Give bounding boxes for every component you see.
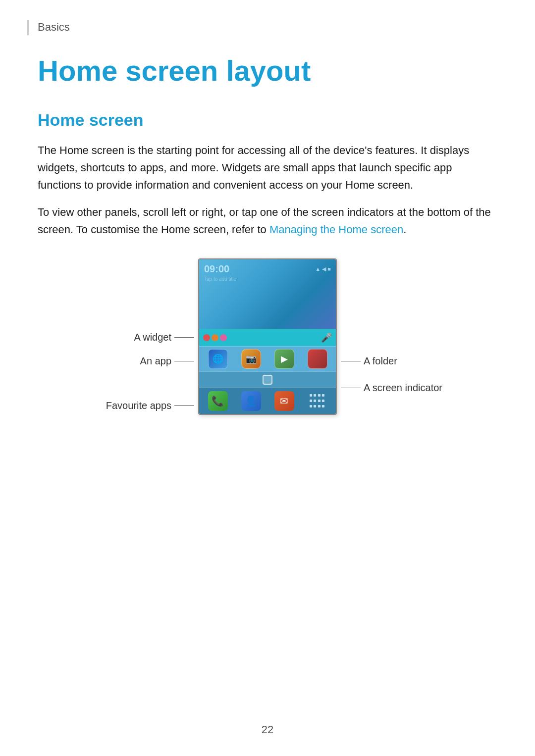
body-paragraph-2-after: . xyxy=(403,223,406,236)
body-paragraph-1: The Home screen is the starting point fo… xyxy=(38,142,493,194)
fav-icon-apps xyxy=(308,391,327,411)
app-icon-play: ▶ xyxy=(274,349,294,369)
annotation-widget-label: A widget xyxy=(134,332,171,343)
widget-dot-orange xyxy=(212,334,218,341)
phone-status-row: 09:00 ▲ ◀ ■ xyxy=(204,263,331,275)
annotation-screen-indicator: A screen indicator xyxy=(341,382,442,394)
section-label: Basics xyxy=(27,20,497,35)
apps-dot-9 xyxy=(310,405,312,407)
annotation-app-line xyxy=(174,361,194,361)
body-paragraph-2: To view other panels, scroll left or rig… xyxy=(38,203,493,238)
apps-dot-3 xyxy=(318,394,321,397)
app-icon-folder xyxy=(308,349,327,369)
phone-widget-row: 🎤 xyxy=(199,329,336,346)
annotation-app-label: An app xyxy=(140,355,171,367)
annotation-screen-indicator-label: A screen indicator xyxy=(364,382,442,394)
apps-dot-12 xyxy=(322,405,324,407)
phone-notification: Tap to add title xyxy=(204,276,331,282)
page-title: Home screen layout xyxy=(38,55,497,87)
phone-screen: 09:00 ▲ ◀ ■ Tap to add title 🎤 xyxy=(198,258,337,415)
annotation-folder-line xyxy=(341,361,361,361)
nav-home-button xyxy=(263,375,272,385)
apps-dot-1 xyxy=(310,394,312,397)
annotation-favourite-apps-label: Favourite apps xyxy=(106,400,171,411)
diagram-container: 09:00 ▲ ◀ ■ Tap to add title 🎤 xyxy=(38,258,497,415)
annotation-favourite-apps: Favourite apps xyxy=(106,400,194,411)
phone-fav-row: 📞 👤 ✉ xyxy=(199,388,336,414)
app-icon-camera: 📷 xyxy=(241,349,261,369)
apps-dot-10 xyxy=(314,405,316,407)
annotation-favourite-apps-line xyxy=(174,405,194,406)
phone-top-bar: 09:00 ▲ ◀ ■ Tap to add title xyxy=(199,259,336,329)
page-number: 22 xyxy=(262,723,273,736)
annotation-folder-label: A folder xyxy=(364,355,397,367)
widget-dot-red xyxy=(203,334,210,341)
sub-title: Home screen xyxy=(38,110,497,130)
widget-dots xyxy=(203,334,227,341)
mic-icon: 🎤 xyxy=(321,332,332,343)
apps-dot-8 xyxy=(322,400,324,402)
fav-icon-phone: 📞 xyxy=(208,391,228,411)
managing-home-screen-link[interactable]: Managing the Home screen xyxy=(269,223,403,236)
apps-dot-11 xyxy=(318,405,321,407)
widget-dot-pink xyxy=(220,334,227,341)
fav-icon-contacts: 👤 xyxy=(241,391,261,411)
diagram-wrapper: 09:00 ▲ ◀ ■ Tap to add title 🎤 xyxy=(198,258,337,415)
app-icon-globe: 🌐 xyxy=(208,349,228,369)
annotation-folder: A folder xyxy=(341,355,397,367)
apps-dot-5 xyxy=(310,400,312,402)
phone-nav-row xyxy=(199,371,336,388)
annotation-screen-indicator-line xyxy=(341,388,361,388)
apps-dot-2 xyxy=(314,394,316,397)
body-paragraph-2-text: To view other panels, scroll left or rig… xyxy=(38,206,491,236)
annotation-widget-line xyxy=(174,337,194,338)
fav-icon-email: ✉ xyxy=(274,391,294,411)
annotation-app: An app xyxy=(140,355,194,367)
apps-dot-6 xyxy=(314,400,316,402)
phone-time: 09:00 xyxy=(204,263,229,275)
phone-status-icons: ▲ ◀ ■ xyxy=(315,266,331,272)
apps-dot-4 xyxy=(322,394,324,397)
annotation-widget: A widget xyxy=(134,332,194,343)
apps-dot-7 xyxy=(318,400,321,402)
phone-apps-row: 🌐 📷 ▶ xyxy=(199,346,336,371)
